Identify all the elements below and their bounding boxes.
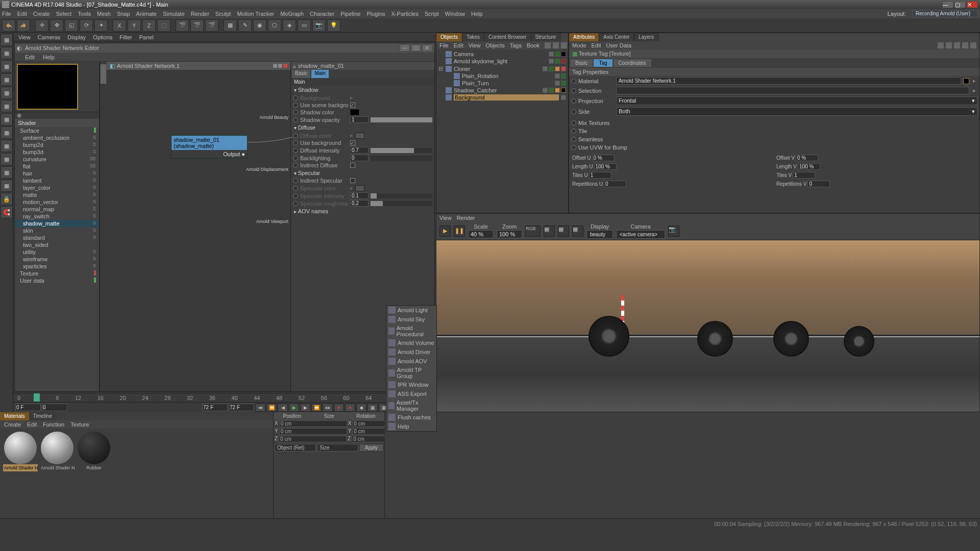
layout-selector[interactable]: Recording Arnold (User) (912, 10, 978, 17)
menu-arnold-help[interactable]: Help (386, 422, 436, 431)
render-menu-view[interactable]: View (439, 215, 452, 221)
menu-window[interactable]: Window (445, 11, 465, 17)
slider-diffuse-intensity[interactable] (371, 148, 432, 153)
menu-snap[interactable]: Snap (117, 11, 130, 17)
attr-tab-coords[interactable]: Coordinates (614, 59, 651, 67)
mat-menu-edit[interactable]: Edit (27, 421, 37, 428)
magnet-icon[interactable]: 🧲 (1, 206, 13, 218)
menu-ipr-window[interactable]: IPR Window (386, 380, 436, 389)
lock-z-icon[interactable]: Z (142, 19, 156, 32)
render-view[interactable] (436, 240, 979, 412)
lock-y-icon[interactable]: Y (128, 19, 141, 32)
material-item[interactable]: Arnold Shader N (40, 432, 75, 471)
field-tiles-v[interactable] (793, 172, 815, 179)
shader-menu-help[interactable]: Help (43, 54, 55, 60)
tree-item[interactable]: bump2dS (15, 141, 99, 148)
ipr-play-icon[interactable]: ▶ (439, 226, 451, 237)
timeline-end-field[interactable] (229, 404, 254, 411)
tree-item[interactable]: bump3dS (15, 148, 99, 156)
pos-y[interactable] (279, 428, 347, 435)
tab-materials[interactable]: Materials (0, 412, 29, 420)
field-specular-roughness[interactable] (350, 200, 369, 207)
coord-object-mode[interactable]: Object (Rel) (275, 444, 316, 452)
group-diffuse[interactable]: ▾ Diffuse (291, 123, 434, 132)
polys-mode-icon[interactable]: ▦ (1, 100, 13, 112)
menu-render[interactable]: Render (191, 11, 209, 17)
menu-animate[interactable]: Animate (136, 11, 157, 17)
obj-shadow-catcher[interactable]: Shadow_Catcher (437, 87, 567, 94)
tab-axis-center[interactable]: Axis Center (599, 33, 634, 41)
mat-menu-function[interactable]: Function (43, 421, 64, 428)
menu-arnold-volume[interactable]: Arnold Volume (386, 338, 436, 347)
swatch-diffuse-color[interactable] (355, 133, 364, 139)
uv-mode-icon[interactable]: ▦ (1, 127, 13, 139)
shader-node[interactable]: shadow_matte_01 (shadow_matte) Output ● (171, 135, 248, 159)
menu-arnold-procedural[interactable]: Arnold Procedural (386, 324, 436, 338)
shader-close[interactable]: ✕ (422, 44, 432, 52)
menu-select[interactable]: Select (56, 11, 72, 17)
timeline-marker[interactable] (34, 393, 40, 402)
tree-userdata[interactable]: User data (15, 277, 99, 284)
swatch-shadow-color[interactable] (350, 109, 359, 115)
obj-menu-tags[interactable]: Tags (510, 42, 522, 48)
pos-x[interactable] (279, 420, 347, 427)
field-offset-v[interactable] (796, 155, 818, 161)
view-menu-panel[interactable]: Panel (139, 34, 154, 40)
move-tool-icon[interactable]: ✥ (50, 19, 63, 32)
menu-mesh[interactable]: Mesh (97, 11, 111, 17)
object-tree[interactable]: Camera Arnold skydome_light ⊟Cloner Plai… (436, 49, 568, 102)
menu-simulate[interactable]: Simulate (163, 11, 185, 17)
tree-item[interactable]: layer_colorS (15, 184, 99, 191)
nurbs-icon[interactable]: ◉ (253, 19, 266, 32)
view-menu-options[interactable]: Options (93, 34, 112, 40)
tab-layers[interactable]: Layers (634, 33, 658, 41)
light-icon[interactable]: 💡 (327, 19, 340, 32)
tab-structure[interactable]: Structure (531, 33, 561, 41)
snapshot-icon[interactable]: ▦ (572, 226, 583, 237)
tab-takes[interactable]: Takes (462, 33, 484, 41)
timeline-ruler[interactable]: 04812 16202428 32364044 48525660 646872 … (13, 393, 436, 402)
rotate-tool-icon[interactable]: ⟳ (80, 19, 93, 32)
menu-ass-export[interactable]: ASS Export (386, 389, 436, 398)
shader-graph[interactable]: ◧ Arnold Shader Network.1 shadow_matte_0… (107, 62, 290, 391)
material-swatch[interactable] (963, 78, 969, 84)
group-specular[interactable]: ▾ Specular (291, 169, 434, 177)
node-output[interactable]: Output ● (172, 150, 247, 158)
view-menu-display[interactable]: Display (67, 34, 86, 40)
select-side[interactable]: Both▾ (616, 107, 977, 116)
pen-icon[interactable]: ✎ (238, 19, 252, 32)
snap-icon[interactable]: ▦ (1, 166, 13, 179)
field-reps-u[interactable] (604, 181, 626, 187)
new-icon[interactable] (970, 42, 976, 48)
deformer-icon[interactable]: ◈ (283, 19, 296, 32)
tree-item[interactable]: flatSE (15, 163, 99, 170)
cube-icon[interactable]: ▦ (224, 19, 237, 32)
tab-content[interactable]: Content Browser (484, 33, 531, 41)
obj-background[interactable]: Background (437, 94, 567, 101)
menu-script[interactable]: Script (425, 11, 439, 17)
render-view-icon[interactable]: 🎬 (176, 19, 189, 32)
menu-file[interactable]: File (2, 11, 11, 17)
sel-picker-icon[interactable]: ▸ (971, 87, 977, 94)
ipr-pause-icon[interactable]: ❚❚ (454, 226, 465, 237)
tree-item[interactable]: lambertS (15, 177, 99, 184)
play-icon[interactable]: ▶ (289, 404, 299, 412)
record-icon[interactable]: ● (334, 404, 344, 412)
minimize-button[interactable]: — (942, 1, 953, 8)
coord-sys-icon[interactable]: ⬚ (157, 19, 170, 32)
timeline-cur-field[interactable] (42, 404, 67, 411)
maximize-button[interactable]: ▢ (954, 1, 966, 8)
render-settings-icon[interactable]: 🎬 (205, 19, 218, 32)
redo-icon[interactable] (17, 19, 30, 32)
field-shadow-opacity[interactable] (350, 116, 369, 123)
shader-menu-edit[interactable]: Edit (25, 54, 35, 60)
filter-icon[interactable] (561, 42, 567, 48)
tree-item[interactable]: utilityS (15, 248, 99, 256)
next-key-icon[interactable]: ⏩ (311, 404, 322, 412)
obj-camera[interactable]: Camera (437, 51, 567, 58)
menu-tools[interactable]: Tools (78, 11, 91, 17)
material-picker-icon[interactable]: ▸ (971, 78, 977, 84)
undo-icon[interactable] (2, 19, 15, 32)
field-tiles-u[interactable] (589, 172, 611, 179)
tree-item[interactable]: standardS (15, 234, 99, 241)
